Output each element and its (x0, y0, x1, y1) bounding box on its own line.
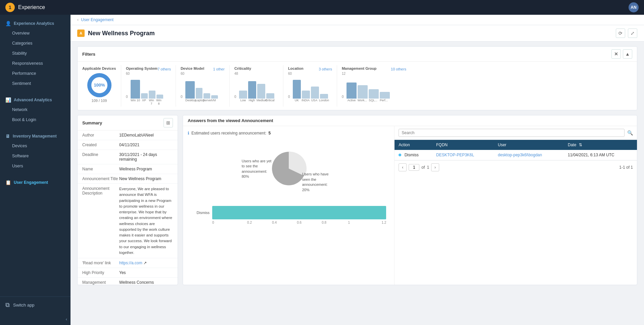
summary-row-readmore: 'Read more' link https://a.com ↗ (78, 258, 178, 268)
sidebar-item-boot-login[interactable]: Boot & Login (0, 115, 71, 125)
filter-crit-ymin: 0 (234, 95, 236, 99)
sidebar-item-performance[interactable]: Performance (0, 68, 71, 78)
filter-mg-header: Management Group 10 others (342, 66, 406, 72)
user-avatar[interactable]: AN (629, 2, 639, 12)
app-title: Experience (18, 4, 45, 10)
summary-value-deadline: 30/11/2021 - 24 days remaining (119, 152, 173, 162)
expand-button[interactable]: ⤢ (628, 29, 637, 38)
filter-loc-label: Location (288, 66, 304, 70)
sidebar-item-stability[interactable]: Stability (0, 48, 71, 58)
filter-loc-others[interactable]: 3 others (319, 67, 332, 71)
search-icon[interactable]: 🔍 (627, 130, 633, 136)
sidebar-item-overview[interactable]: Overview (0, 28, 71, 38)
table-row: Dismiss DESKTOP-PEP3K6L desktop-pep3k6l\… (395, 150, 637, 160)
filter-crit-chart: 48 0 (234, 72, 278, 99)
filter-mg-chart: 12 0 (342, 72, 406, 99)
sidebar-group-user-engagement[interactable]: 📋 User Engagement (0, 176, 71, 187)
bar-axis: 0 0.2 0.4 0.6 0.8 1 1.2 (191, 221, 386, 224)
external-link-icon: ↗ (143, 261, 147, 265)
table-area: 🔍 Action FQDN User Date (395, 126, 637, 285)
filter-applicable-devices-label: Applicable Devices (82, 66, 116, 70)
summary-row-deadline: Deadline 30/11/2021 - 24 days remaining (78, 150, 178, 164)
cell-user: desktop-pep3k6l\bogdan (494, 150, 564, 160)
filter-mg-others[interactable]: 10 others (391, 67, 406, 71)
sidebar-item-users[interactable]: Users (0, 161, 71, 171)
summary-row-name: Name Wellness Program (78, 164, 178, 174)
filter-loc-bar-0 (293, 80, 301, 99)
readmore-link[interactable]: https://a.com (119, 261, 142, 265)
pagination-nav: ‹ of 1 › (399, 163, 439, 171)
filter-crit-label-0: Low (239, 99, 247, 102)
summary-label-name: Name (82, 167, 119, 171)
fqdn-link[interactable]: DESKTOP-PEP3K6L (436, 153, 474, 157)
page-header: A New Wellness Program ⟳ ⤢ (71, 25, 644, 42)
breadcrumb[interactable]: ‹ User Engagement (71, 15, 644, 25)
content-area: Filters ✕ ▲ Applicable Devices (71, 42, 644, 325)
axis-label-4: 0.8 (312, 221, 336, 224)
sidebar-group-advanced-analytics[interactable]: 📊 Advanced Analytics (0, 94, 71, 105)
filter-mg-label-2: SQL... (368, 99, 378, 102)
sidebar-section-inventory: 🖥 Inventory Management Devices Software … (0, 127, 71, 174)
filter-dm-label: Device Model (181, 66, 204, 70)
sidebar-item-categories[interactable]: Categories (0, 38, 71, 48)
sidebar-item-responsiveness[interactable]: Responsiveness (0, 58, 71, 68)
filter-os-label-0: Win 10 (131, 99, 140, 105)
sidebar-collapse-button[interactable]: ‹ (0, 313, 71, 325)
refresh-button[interactable]: ⟳ (616, 29, 625, 38)
results-table: Action FQDN User Date ⇅ (395, 140, 637, 160)
sidebar-item-network[interactable]: Network (0, 105, 71, 115)
sidebar-group-experience-analytics[interactable]: 👤 Experience Analytics (0, 17, 71, 28)
filters-close-button[interactable]: ✕ (611, 49, 621, 59)
layout: 👤 Experience Analytics Overview Categori… (0, 15, 644, 325)
filter-loc-label-3: London (319, 99, 327, 102)
filter-mg-label-1: Work... (357, 99, 367, 102)
filter-mg-label-0: Active (347, 99, 357, 102)
filter-dm-bars (181, 72, 218, 99)
filter-crit-ymax: 48 (234, 72, 238, 75)
table-header-row: Action FQDN User Date ⇅ (395, 140, 637, 150)
summary-value-description: Everyone, We are pleased to announce tha… (119, 186, 173, 256)
switch-app-button[interactable]: ⧉ Switch app (0, 296, 71, 313)
filter-loc-header: Location 3 others (288, 66, 332, 72)
topbar-left: 1 Experience (5, 3, 45, 12)
filter-dm-label-3: VM (210, 99, 217, 102)
summary-row-mgmt-groups: Management Groups Wellness Concerns (78, 278, 178, 285)
sidebar-group-inventory[interactable]: 🖥 Inventory Management (0, 130, 71, 141)
app-logo: 1 (5, 3, 15, 12)
bar-chart-fill (212, 206, 386, 219)
page-title: New Wellness Program (88, 30, 155, 37)
filter-mg-bar-1 (358, 85, 368, 99)
filter-crit-label-2: Medium (257, 99, 265, 102)
sidebar-item-sentiment[interactable]: Sentiment (0, 78, 71, 89)
filter-loc-labels: UK INDIA USA London (288, 99, 332, 102)
filter-os-bar-3 (156, 95, 163, 99)
sidebar-item-devices[interactable]: Devices (0, 141, 71, 151)
search-input[interactable] (399, 129, 625, 137)
filter-os-header: Operating System 7 others (126, 66, 171, 72)
pagination-prev[interactable]: ‹ (399, 163, 407, 171)
filters-header-actions: ✕ ▲ (611, 49, 632, 59)
sidebar-item-software[interactable]: Software (0, 151, 71, 161)
filter-loc-label-2: USA (310, 99, 318, 102)
filter-mg-ymax: 12 (342, 72, 346, 75)
filter-management-group: Management Group 10 others 12 0 (337, 65, 411, 107)
filter-mg-ymin: 0 (342, 95, 344, 99)
user-link[interactable]: desktop-pep3k6l\bogdan (498, 153, 542, 157)
inventory-icon: 🖥 (5, 133, 10, 139)
summary-copy-button[interactable]: ⊞ (164, 118, 173, 127)
pagination-next[interactable]: › (431, 163, 439, 171)
col-date[interactable]: Date ⇅ (564, 140, 637, 150)
bottom-area: Summary ⊞ Author 1EDemoLab\ANeel Created… (77, 115, 637, 285)
filter-dm-bar-3 (211, 95, 218, 99)
filter-mg-bar-2 (369, 89, 379, 99)
col-action: Action (395, 140, 432, 150)
filters-collapse-button[interactable]: ▲ (623, 49, 632, 59)
filter-os-others[interactable]: 7 others (157, 67, 171, 71)
pagination-current[interactable] (409, 164, 419, 171)
estimated-count: 5 (268, 131, 271, 136)
breadcrumb-parent[interactable]: User Engagement (81, 17, 113, 22)
filter-dm-labels: Desktop Laptop Server VM (181, 99, 225, 102)
filter-loc-bar-3 (320, 94, 328, 99)
filter-dm-others[interactable]: 1 other (213, 67, 225, 71)
filter-os-bar-2 (149, 91, 155, 99)
